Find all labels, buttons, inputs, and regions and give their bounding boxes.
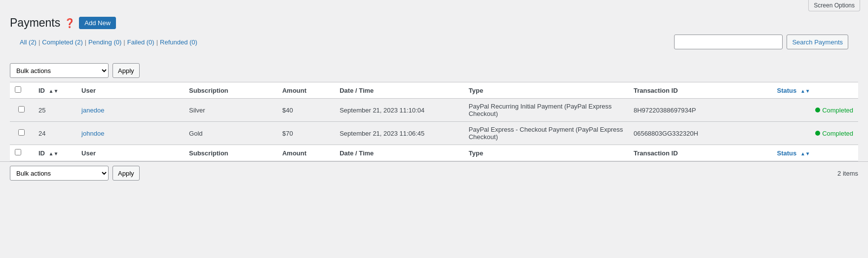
apply-button-bottom[interactable]: Apply	[113, 166, 140, 181]
col-header-type: Type	[464, 82, 629, 99]
table-row: 25 janedoe Silver $40 September 21, 2023…	[10, 99, 858, 122]
row-checkbox-1[interactable]	[18, 106, 25, 112]
filter-refunded[interactable]: Refunded (0)	[160, 38, 197, 46]
sep-4: |	[156, 38, 158, 46]
row-id-2: 24	[34, 122, 76, 145]
sep-3: |	[123, 38, 125, 46]
row-type-1: PayPal Recurring Initial Payment (PayPal…	[464, 99, 629, 122]
row-status-2: Completed	[772, 122, 858, 145]
row-subscription-2: Gold	[184, 122, 277, 145]
select-all-footer-header	[10, 145, 34, 161]
nav-filter-row: All (2) | Completed (2) | Pending (0) | …	[0, 33, 868, 59]
row-user-1: janedoe	[76, 99, 184, 122]
bulk-actions-select-bottom[interactable]: Bulk actions Delete	[10, 166, 109, 181]
status-dot-1	[815, 108, 820, 112]
table-header-row: ID ▲▼ User Subscription Amount Date / Ti…	[10, 82, 858, 99]
help-icon[interactable]: ❓	[64, 18, 75, 29]
row-amount-2: $70	[277, 122, 335, 145]
sep-1: |	[38, 38, 40, 46]
col-footer-id[interactable]: ID ▲▼	[34, 145, 76, 161]
bottom-bar: Bulk actions Delete Apply 2 items	[0, 161, 868, 184]
col-header-id[interactable]: ID ▲▼	[34, 82, 76, 99]
status-completed-badge-2: Completed	[777, 130, 853, 137]
row-type-2: PayPal Express - Checkout Payment (PayPa…	[464, 122, 629, 145]
row-txid-1: 8H97220388697934P	[629, 99, 772, 122]
col-footer-transaction-id: Transaction ID	[629, 145, 772, 161]
top-bar: Screen Options	[0, 0, 868, 11]
filter-nav: All (2) | Completed (2) | Pending (0) | …	[10, 38, 207, 46]
select-all-header	[10, 82, 34, 99]
col-footer-amount: Amount	[277, 145, 335, 161]
payments-table: ID ▲▼ User Subscription Amount Date / Ti…	[10, 82, 858, 161]
user-link-2[interactable]: johndoe	[81, 130, 104, 137]
col-header-transaction-id: Transaction ID	[629, 82, 772, 99]
search-input[interactable]	[674, 35, 783, 49]
col-header-amount: Amount	[277, 82, 335, 99]
filter-failed[interactable]: Failed (0)	[127, 38, 154, 46]
filter-pending[interactable]: Pending (0)	[88, 38, 121, 46]
col-footer-type: Type	[464, 145, 629, 161]
filter-all[interactable]: All (2)	[20, 38, 37, 46]
search-area: Search Payments	[664, 35, 858, 49]
page-header: Payments ❓ Add New	[0, 11, 868, 33]
row-txid-2: 06568803GG332320H	[629, 122, 772, 145]
sort-icon-status-bottom: ▲▼	[800, 151, 810, 156]
bulk-bar-top: Bulk actions Delete Apply	[0, 59, 868, 82]
status-dot-2	[815, 131, 820, 136]
search-button[interactable]: Search Payments	[787, 35, 848, 49]
sort-icon-id-bottom: ▲▼	[49, 151, 59, 156]
sort-icon-status: ▲▼	[800, 88, 810, 94]
user-link-1[interactable]: janedoe	[81, 107, 104, 114]
row-status-1: Completed	[772, 99, 858, 122]
row-datetime-2: September 21, 2023 11:06:45	[335, 122, 464, 145]
row-checkbox-cell-1	[10, 99, 34, 122]
col-header-status[interactable]: Status ▲▼	[772, 82, 858, 99]
table-footer-header-row: ID ▲▼ User Subscription Amount Date / Ti…	[10, 145, 858, 161]
sort-icon-id: ▲▼	[49, 88, 59, 94]
select-all-checkbox[interactable]	[15, 86, 21, 93]
row-checkbox-2[interactable]	[18, 129, 25, 136]
row-id-1: 25	[34, 99, 76, 122]
row-amount-1: $40	[277, 99, 335, 122]
apply-button-top[interactable]: Apply	[113, 63, 140, 78]
row-subscription-1: Silver	[184, 99, 277, 122]
col-header-user: User	[76, 82, 184, 99]
filter-completed[interactable]: Completed (2)	[42, 38, 82, 46]
bulk-actions-select-top[interactable]: Bulk actions Delete	[10, 63, 109, 78]
screen-options-button[interactable]: Screen Options	[808, 0, 860, 11]
row-user-2: johndoe	[76, 122, 184, 145]
col-footer-status[interactable]: Status ▲▼	[772, 145, 858, 161]
page-title: Payments	[10, 16, 60, 30]
col-footer-user: User	[76, 145, 184, 161]
row-datetime-1: September 21, 2023 11:10:04	[335, 99, 464, 122]
table-row: 24 johndoe Gold $70 September 21, 2023 1…	[10, 122, 858, 145]
sep-2: |	[85, 38, 86, 46]
col-header-datetime: Date / Time	[335, 82, 464, 99]
col-footer-subscription: Subscription	[184, 145, 277, 161]
row-checkbox-cell-2	[10, 122, 34, 145]
col-footer-datetime: Date / Time	[335, 145, 464, 161]
add-new-button[interactable]: Add New	[79, 17, 116, 29]
select-all-checkbox-bottom[interactable]	[15, 149, 21, 155]
table-container: ID ▲▼ User Subscription Amount Date / Ti…	[0, 82, 868, 161]
bulk-bar-bottom: Bulk actions Delete Apply	[10, 166, 140, 181]
status-completed-badge-1: Completed	[777, 107, 853, 114]
items-count: 2 items	[837, 170, 858, 177]
col-header-subscription: Subscription	[184, 82, 277, 99]
